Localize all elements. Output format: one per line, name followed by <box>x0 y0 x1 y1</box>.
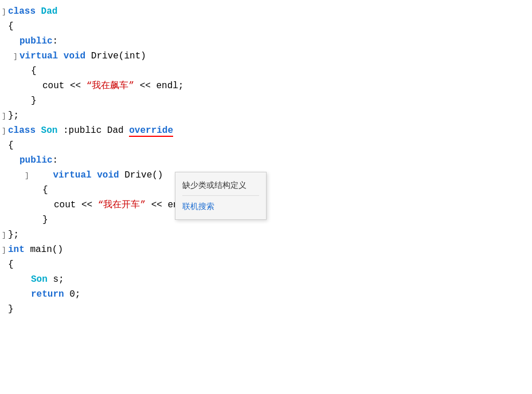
open-brace-2: { <box>31 66 37 76</box>
class-name-son: Son <box>41 125 63 136</box>
code-line-21: } <box>0 302 532 317</box>
endl-1: << endl; <box>134 81 183 91</box>
line-11-content: public: <box>19 153 532 168</box>
line-3-content: public: <box>19 34 532 49</box>
func-drive-1: Drive(int) <box>91 51 146 61</box>
gutter-4: ] <box>11 51 19 63</box>
kw-public-2: public <box>19 155 53 166</box>
code-line-2: { <box>0 19 532 34</box>
code-editor: ] class Dad { public: ] virtual void Dri… <box>0 0 532 394</box>
code-line-10: { <box>0 139 532 153</box>
type-son: Son <box>31 274 53 285</box>
gutter-9: ] <box>0 125 8 137</box>
line-6-content: cout << “我在飙车” << endl; <box>42 79 532 94</box>
line-19-content: Son s; <box>31 273 532 287</box>
kw-int: int <box>8 245 30 255</box>
kw-return: return <box>31 289 69 300</box>
line-16-content: }; <box>8 228 532 243</box>
colon-1: : <box>53 36 58 46</box>
kw-virtual-2: virtual <box>31 170 97 180</box>
open-brace-main: { <box>8 259 14 270</box>
code-line-9: ] class Son :public Dad override <box>0 124 532 139</box>
tooltip-item-2[interactable]: 联机搜索 <box>182 198 259 214</box>
line-13-content: { <box>42 183 532 198</box>
gutter-8: ] <box>0 111 8 123</box>
gutter-1: ] <box>0 6 8 18</box>
op-2: << <box>81 200 98 210</box>
str-2: “我在开车” <box>98 200 146 210</box>
public-dad: :public Dad <box>63 125 129 136</box>
error-tooltip: 缺少类或结构定义 联机搜索 <box>175 172 267 220</box>
line-12-content: virtual void Drive() <box>31 168 532 183</box>
str-1: “我在飙车” <box>87 81 134 91</box>
kw-override: override <box>129 125 173 137</box>
open-brace-drive2: { <box>42 185 48 195</box>
kw-void-2: void <box>97 170 124 180</box>
close-class-dad: }; <box>8 111 19 121</box>
class-name-dad: Dad <box>41 6 58 17</box>
kw-public-1: public <box>19 36 53 46</box>
line-4-content: virtual void Drive(int) <box>19 49 532 64</box>
line-1-content: class Dad <box>8 5 532 19</box>
line-15-content: } <box>42 213 532 228</box>
cout-1: cout <box>42 81 70 91</box>
op-1: << <box>70 81 87 91</box>
func-drive-2: Drive() <box>124 170 163 180</box>
kw-class: class <box>8 6 41 17</box>
code-line-7: } <box>0 94 532 109</box>
line-18-content: { <box>8 258 532 273</box>
kw-class-2: class <box>8 125 41 136</box>
tooltip-divider <box>182 195 259 196</box>
tooltip-item-1[interactable]: 缺少类或结构定义 <box>182 177 259 193</box>
open-brace-1: { <box>8 21 14 31</box>
code-line-8: ] }; <box>0 109 532 124</box>
colon-2: : <box>53 155 58 166</box>
line-21-content: } <box>8 302 532 317</box>
close-brace-1: } <box>31 96 37 106</box>
kw-virtual-1: virtual <box>19 51 64 61</box>
open-brace-son: { <box>8 140 14 151</box>
func-main: main() <box>30 245 63 255</box>
close-brace-main: } <box>8 304 14 314</box>
code-line-6: cout << “我在飙车” << endl; <box>0 79 532 94</box>
line-7-content: } <box>31 94 532 109</box>
gutter-17: ] <box>0 245 8 257</box>
code-line-16: ] }; <box>0 228 532 243</box>
code-line-18: { <box>0 258 532 273</box>
close-brace-drive2: } <box>42 215 48 225</box>
line-5-content: { <box>31 64 532 79</box>
val-0: 0; <box>69 289 80 300</box>
code-line-1: ] class Dad <box>0 5 532 19</box>
line-9-content: class Son :public Dad override <box>8 124 532 139</box>
kw-void-1: void <box>64 51 91 61</box>
line-14-content: cout << “我在开车” << endl; <box>54 198 532 213</box>
code-line-3: public: <box>0 34 532 49</box>
code-line-17: ] int main() <box>0 243 532 258</box>
code-line-5: { <box>0 64 532 79</box>
gutter-12: ] <box>23 170 31 182</box>
code-line-4: ] virtual void Drive(int) <box>0 49 532 64</box>
var-s: s; <box>53 274 64 285</box>
gutter-16: ] <box>0 230 8 242</box>
code-line-19: Son s; <box>0 273 532 287</box>
line-20-content: return 0; <box>31 287 532 302</box>
code-line-11: public: <box>0 153 532 168</box>
line-8-content: }; <box>8 109 532 124</box>
line-2-content: { <box>8 19 532 34</box>
code-line-20: return 0; <box>0 287 532 302</box>
line-10-content: { <box>8 139 532 153</box>
cout-2: cout <box>54 200 81 210</box>
line-17-content: int main() <box>8 243 532 258</box>
close-class-son: }; <box>8 230 19 240</box>
